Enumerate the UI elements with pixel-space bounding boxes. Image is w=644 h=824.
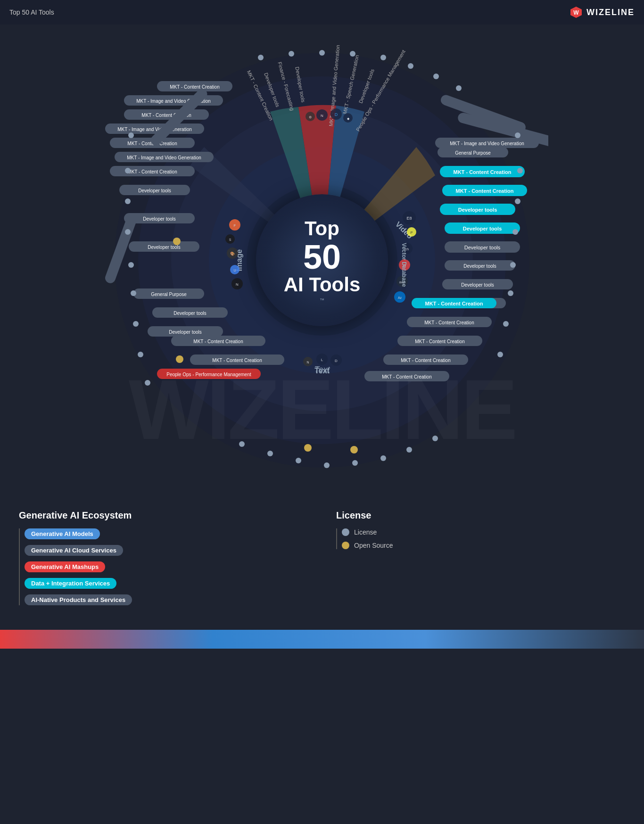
svg-text:N: N	[306, 361, 309, 364]
svg-text:N: N	[321, 114, 323, 118]
svg-point-154	[173, 238, 181, 245]
svg-point-147	[296, 458, 301, 463]
center-num: 50	[303, 240, 341, 274]
legend-item-models: Generative AI Models	[25, 528, 308, 539]
svg-point-138	[289, 51, 294, 57]
svg-point-136	[497, 352, 503, 357]
legend-item-cloud: Generative AI Cloud Services	[25, 545, 308, 556]
opensource-label: Open Source	[354, 542, 393, 549]
svg-text:🎨: 🎨	[230, 251, 235, 256]
license-legend-list: License Open Source	[336, 528, 625, 549]
svg-point-128	[145, 380, 150, 386]
svg-point-126	[133, 321, 139, 327]
svg-text:Az: Az	[398, 296, 402, 299]
svg-text:Developer tools: Developer tools	[148, 245, 180, 250]
svg-text:General Purpose: General Purpose	[151, 292, 187, 297]
legend-item-native: AI-Native Products and Services	[25, 594, 308, 605]
svg-point-155	[304, 444, 312, 452]
svg-point-134	[508, 290, 513, 296]
svg-text:Developer tools: Developer tools	[458, 207, 497, 213]
svg-text:Text: Text	[314, 365, 330, 374]
svg-point-133	[510, 262, 516, 268]
svg-text:MKT - Content Creation: MKT - Content Creation	[127, 169, 177, 174]
svg-text:MKT - Image and Video Generati: MKT - Image and Video Generation	[117, 127, 192, 132]
svg-text:MKT - Image and Video Generati: MKT - Image and Video Generation	[127, 155, 201, 160]
legend-container: Generative AI Ecosystem Generative AI Mo…	[0, 491, 644, 620]
svg-text:General Purpose: General Purpose	[455, 150, 491, 156]
svg-point-137	[258, 55, 264, 60]
svg-text:Developer tools: Developer tools	[463, 226, 502, 231]
svg-text:MKT - Content Creation: MKT - Content Creation	[456, 188, 514, 194]
center-top: Top	[305, 218, 339, 239]
svg-text:F: F	[234, 223, 236, 228]
badge-native: AI-Native Products and Services	[25, 594, 132, 605]
svg-text:Developer tools: Developer tools	[138, 188, 171, 193]
svg-text:MKT - Image and Video Generati: MKT - Image and Video Generation	[450, 141, 524, 146]
logo-area: W WIZELINE	[570, 6, 635, 19]
svg-point-132	[512, 229, 518, 235]
license-legend: License License Open Source	[336, 510, 625, 611]
svg-point-131	[515, 198, 520, 204]
svg-point-127	[138, 352, 143, 357]
svg-point-146	[267, 451, 273, 456]
svg-text:Developer tools: Developer tools	[463, 264, 496, 269]
header-title: Top 50 AI Tools	[9, 8, 54, 16]
svg-point-151	[406, 447, 412, 453]
svg-point-129	[515, 132, 520, 138]
legend-item-data: Data + Integration Services	[25, 578, 308, 589]
svg-point-150	[380, 455, 386, 461]
svg-text:MKT - Content Creation: MKT - Content Creation	[454, 169, 512, 175]
wizeline-logo-icon: W	[570, 6, 583, 19]
svg-point-153	[176, 355, 183, 363]
svg-text:D: D	[335, 112, 338, 117]
svg-text:Developer tools: Developer tools	[169, 330, 201, 335]
bottom-bar	[0, 630, 644, 649]
license-legend-title: License	[336, 510, 625, 521]
svg-text:L: L	[321, 358, 323, 362]
badge-data: Data + Integration Services	[25, 578, 116, 589]
svg-text:Developer tools: Developer tools	[464, 245, 501, 250]
svg-text:Developer tools: Developer tools	[173, 311, 206, 316]
legend-item-mashups: Generative AI Mashups	[25, 561, 308, 572]
legend-item-license: License	[342, 528, 625, 536]
svg-text:MKT - Content Creation: MKT - Content Creation	[193, 339, 243, 344]
opensource-dot	[342, 542, 349, 549]
svg-point-148	[324, 462, 330, 468]
svg-text:MKT - Content Creation: MKT - Content Creation	[212, 358, 262, 363]
svg-point-149	[352, 460, 358, 466]
svg-point-121	[125, 168, 131, 173]
svg-point-143	[433, 74, 439, 79]
license-dot	[342, 528, 349, 536]
svg-text:U: U	[233, 269, 236, 272]
svg-text:Developer tools: Developer tools	[461, 282, 494, 288]
diagram-container: Image Text Video MKT - Content Creation …	[96, 34, 548, 486]
svg-text:MKT - Content Creation: MKT - Content Creation	[382, 374, 431, 379]
ecosystem-legend: Generative AI Ecosystem Generative AI Mo…	[19, 510, 308, 611]
center-circle: Top 50 AI Tools ™	[256, 194, 388, 326]
svg-text:S: S	[229, 238, 231, 241]
svg-point-125	[131, 290, 136, 296]
svg-text:People Ops - Performance Manag: People Ops - Performance Management	[166, 372, 251, 377]
svg-text:MKT - Content Creation: MKT - Content Creation	[415, 339, 464, 344]
svg-text:MKT - Content Creation: MKT - Content Creation	[425, 301, 483, 306]
svg-point-144	[456, 85, 462, 91]
svg-text:D: D	[335, 359, 338, 363]
ecosystem-legend-list: Generative AI Models Generative AI Cloud…	[19, 528, 308, 605]
svg-text:MKT - Content Creation: MKT - Content Creation	[424, 320, 474, 325]
svg-point-123	[125, 229, 131, 235]
svg-point-135	[503, 321, 509, 327]
svg-point-120	[128, 132, 134, 138]
svg-point-141	[380, 55, 386, 60]
svg-text:W: W	[573, 9, 579, 16]
svg-point-152	[432, 436, 438, 441]
center-bottom: AI Tools	[284, 274, 361, 296]
badge-mashups: Generative AI Mashups	[25, 561, 105, 572]
svg-text:MKT - Content Creation: MKT - Content Creation	[170, 84, 219, 90]
svg-text:P: P	[411, 231, 413, 234]
svg-point-122	[125, 198, 131, 204]
badge-cloud: Generative AI Cloud Services	[25, 545, 123, 556]
svg-point-140	[350, 51, 355, 57]
svg-text:N: N	[236, 282, 239, 287]
license-label: License	[354, 528, 377, 536]
svg-text:⚙: ⚙	[309, 115, 312, 119]
